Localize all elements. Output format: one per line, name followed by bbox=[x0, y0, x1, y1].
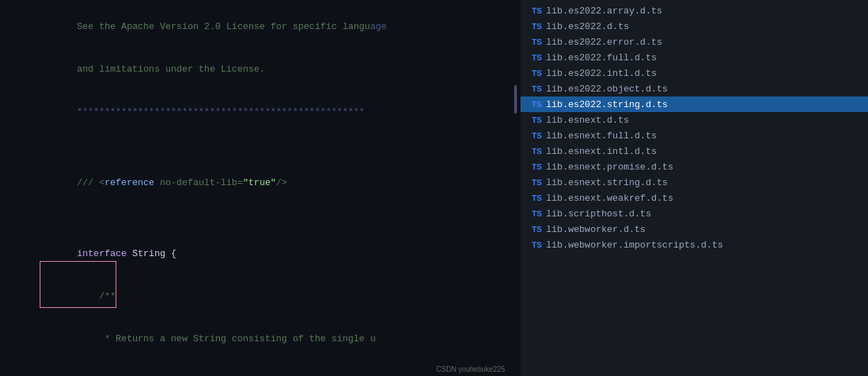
file-item[interactable]: TSlib.es2022.array.d.ts bbox=[521, 3, 868, 18]
code-line: * Returns a new String consisting of the… bbox=[0, 318, 511, 360]
file-item[interactable]: TSlib.es2022.error.d.ts bbox=[521, 34, 868, 50]
ts-file-icon: TS bbox=[532, 131, 546, 140]
file-item[interactable]: TSlib.scripthost.d.ts bbox=[521, 206, 868, 221]
file-item[interactable]: TSlib.es2022.object.d.ts bbox=[521, 81, 868, 96]
file-item[interactable]: TSlib.esnext.promise.d.ts bbox=[521, 159, 868, 175]
editor-panel[interactable]: See the Apache Version 2.0 License for s… bbox=[0, 0, 511, 376]
line-content: interface String { bbox=[33, 233, 499, 275]
file-item[interactable]: TSlib.esnext.d.ts bbox=[521, 112, 868, 128]
code-line bbox=[0, 219, 511, 233]
file-name: lib.esnext.intl.d.ts bbox=[546, 146, 859, 157]
file-name: lib.esnext.full.d.ts bbox=[546, 131, 859, 141]
code-line bbox=[0, 204, 511, 219]
line-content: and limitations under the License. bbox=[33, 48, 499, 91]
line-content: ****************************************… bbox=[33, 91, 499, 133]
code-line: * @param index The zero-based index of t… bbox=[0, 360, 511, 376]
ts-file-icon: TS bbox=[532, 178, 546, 187]
line-content: * @param index The zero-based index of t… bbox=[33, 360, 499, 376]
line-content bbox=[33, 219, 499, 233]
ts-file-icon: TS bbox=[532, 162, 546, 171]
file-item[interactable]: TSlib.webworker.d.ts bbox=[521, 221, 868, 237]
file-name: lib.esnext.weakref.d.ts bbox=[546, 193, 859, 204]
file-item[interactable]: TSlib.esnext.string.d.ts bbox=[521, 175, 868, 190]
ts-file-icon: TS bbox=[532, 22, 546, 31]
code-line: /** bbox=[0, 275, 511, 318]
file-item[interactable]: TSlib.esnext.full.d.ts bbox=[521, 128, 868, 143]
file-name: lib.esnext.d.ts bbox=[546, 115, 859, 126]
code-line: See the Apache Version 2.0 License for s… bbox=[0, 6, 511, 48]
file-name: lib.es2022.error.d.ts bbox=[546, 37, 859, 48]
file-name: lib.webworker.importscripts.d.ts bbox=[546, 240, 859, 250]
ts-file-icon: TS bbox=[532, 69, 546, 77]
file-name: lib.esnext.string.d.ts bbox=[546, 177, 859, 188]
line-content bbox=[33, 204, 499, 219]
code-area: See the Apache Version 2.0 License for s… bbox=[0, 0, 511, 376]
file-name: lib.es2022.intl.d.ts bbox=[546, 68, 859, 79]
file-name: lib.webworker.d.ts bbox=[546, 224, 859, 235]
ts-file-icon: TS bbox=[532, 240, 546, 249]
code-line: and limitations under the License. bbox=[0, 48, 511, 91]
file-name: lib.scripthost.d.ts bbox=[546, 209, 859, 219]
file-name: lib.esnext.promise.d.ts bbox=[546, 162, 859, 172]
line-content: /// <reference no-default-lib="true"/> bbox=[33, 162, 499, 204]
ts-file-icon: TS bbox=[532, 225, 546, 233]
file-name: lib.es2022.string.d.ts bbox=[546, 99, 859, 110]
ts-file-icon: TS bbox=[532, 84, 546, 93]
scrollbar-area[interactable] bbox=[511, 0, 521, 376]
code-line: ****************************************… bbox=[0, 91, 511, 133]
ts-file-icon: TS bbox=[532, 209, 546, 218]
file-item[interactable]: TSlib.es2022.d.ts bbox=[521, 18, 868, 34]
file-name: lib.es2022.full.d.ts bbox=[546, 52, 859, 63]
code-line: interface String { bbox=[0, 233, 511, 275]
line-content: * Returns a new String consisting of the… bbox=[33, 318, 499, 360]
file-item[interactable]: TSlib.esnext.intl.d.ts bbox=[521, 143, 868, 159]
ts-file-icon: TS bbox=[532, 116, 546, 124]
line-content: See the Apache Version 2.0 License for s… bbox=[33, 6, 499, 48]
ts-file-icon: TS bbox=[532, 147, 546, 155]
ts-file-icon: TS bbox=[532, 6, 546, 15]
file-name: lib.es2022.array.d.ts bbox=[546, 6, 859, 16]
file-item[interactable]: TSlib.es2022.intl.d.ts bbox=[521, 65, 868, 81]
ts-file-icon: TS bbox=[532, 100, 546, 109]
file-panel: TSlib.es2022.array.d.tsTSlib.es2022.d.ts… bbox=[521, 0, 868, 376]
ts-file-icon: TS bbox=[532, 194, 546, 202]
code-line: /// <reference no-default-lib="true"/> bbox=[0, 162, 511, 204]
file-name: lib.es2022.object.d.ts bbox=[546, 84, 859, 94]
ts-file-icon: TS bbox=[532, 38, 546, 46]
file-item[interactable]: TSlib.es2022.full.d.ts bbox=[521, 50, 868, 65]
file-item[interactable]: TSlib.es2022.string.d.ts bbox=[521, 96, 868, 112]
file-item[interactable]: TSlib.esnext.weakref.d.ts bbox=[521, 190, 868, 206]
file-item[interactable]: TSlib.webworker.importscripts.d.ts bbox=[521, 237, 868, 253]
line-content: /** bbox=[33, 275, 499, 318]
watermark: CSDN youhebuke225 bbox=[436, 365, 505, 373]
code-line bbox=[0, 133, 511, 148]
file-list: TSlib.es2022.array.d.tsTSlib.es2022.d.ts… bbox=[521, 0, 868, 255]
scrollbar-thumb[interactable] bbox=[514, 85, 517, 114]
code-line bbox=[0, 148, 511, 162]
line-content bbox=[33, 148, 499, 162]
file-name: lib.es2022.d.ts bbox=[546, 21, 859, 32]
line-content bbox=[33, 133, 499, 148]
ts-file-icon: TS bbox=[532, 53, 546, 62]
